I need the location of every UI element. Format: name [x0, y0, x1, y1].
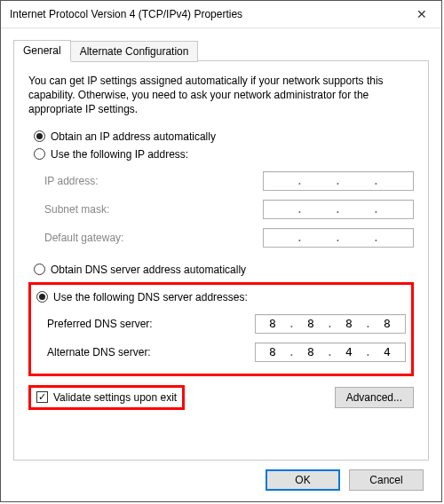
window-title: Internet Protocol Version 4 (TCP/IPv4) P… [10, 8, 402, 20]
default-gateway-label: Default gateway: [44, 232, 123, 244]
octet[interactable]: 8 [300, 317, 321, 330]
dot-icon: . [333, 231, 345, 244]
ip-address-label: IP address: [44, 175, 98, 187]
titlebar: Internet Protocol Version 4 (TCP/IPv4) P… [1, 1, 441, 28]
row-preferred-dns: Preferred DNS server: 8. 8. 8. 8 [47, 310, 406, 338]
advanced-button[interactable]: Advanced... [335, 387, 414, 408]
tab-general[interactable]: General [13, 40, 71, 61]
validate-checkbox-row[interactable]: Validate settings upon exit [35, 390, 178, 406]
dot-icon: . [371, 174, 383, 187]
ok-button[interactable]: OK [266, 469, 340, 491]
octet[interactable]: 4 [338, 345, 360, 358]
radio-label: Use the following DNS server addresses: [53, 291, 248, 303]
octet[interactable]: 4 [377, 345, 398, 358]
dot-icon: . [371, 202, 383, 216]
ipv4-properties-window: Internet Protocol Version 4 (TCP/IPv4) P… [0, 0, 442, 502]
radio-obtain-dns-auto[interactable]: Obtain DNS server address automatically [28, 261, 414, 279]
row-alternate-dns: Alternate DNS server: 8. 8. 4. 4 [47, 338, 406, 366]
cancel-button[interactable]: Cancel [349, 469, 424, 491]
subnet-mask-label: Subnet mask: [44, 203, 109, 216]
dot-icon: . [325, 317, 337, 330]
dns-manual-block-highlight: Use the following DNS server addresses: … [28, 282, 414, 376]
row-default-gateway: Default gateway: . . . [44, 224, 414, 252]
radio-use-following-dns[interactable]: Use the following DNS server addresses: [36, 288, 406, 306]
close-icon: ✕ [416, 7, 427, 21]
octet[interactable]: 8 [300, 345, 321, 358]
radio-label: Use the following IP address: [51, 148, 188, 161]
dot-icon: . [287, 317, 298, 330]
alternate-dns-label: Alternate DNS server: [47, 346, 151, 358]
tab-alternate-configuration[interactable]: Alternate Configuration [71, 41, 199, 62]
alternate-dns-input[interactable]: 8. 8. 4. 4 [255, 343, 406, 362]
dns-fields-group: Preferred DNS server: 8. 8. 8. 8 Alterna… [47, 310, 406, 366]
ip-address-input[interactable]: . . . [263, 171, 414, 191]
octet[interactable]: 8 [377, 317, 398, 330]
subnet-mask-input[interactable]: . . . [263, 200, 414, 219]
octet[interactable]: 8 [263, 317, 284, 330]
radio-use-following-ip[interactable]: Use the following IP address: [28, 146, 414, 163]
radio-label: Obtain an IP address automatically [51, 130, 216, 143]
dot-icon: . [333, 174, 345, 187]
dot-icon: . [295, 202, 306, 216]
row-subnet-mask: Subnet mask: . . . [44, 195, 414, 224]
validate-highlight: Validate settings upon exit [28, 385, 185, 410]
radio-label: Obtain DNS server address automatically [51, 264, 246, 276]
dot-icon: . [363, 345, 375, 358]
tab-panel-general: You can get IP settings assigned automat… [13, 60, 429, 461]
checkbox-icon [36, 391, 48, 403]
octet[interactable]: 8 [263, 345, 284, 358]
panel-bottom-row: Validate settings upon exit Advanced... [28, 385, 414, 410]
default-gateway-input[interactable]: . . . [263, 228, 414, 248]
dot-icon: . [295, 174, 306, 187]
radio-icon [34, 264, 45, 275]
dialog-footer: OK Cancel [13, 461, 429, 491]
close-button[interactable]: ✕ [402, 1, 441, 28]
octet[interactable]: 8 [338, 317, 360, 330]
row-ip-address: IP address: . . . [44, 167, 414, 195]
ip-fields-group: IP address: . . . Subnet mask: . . . [44, 167, 414, 252]
dot-icon: . [325, 345, 337, 358]
radio-icon [36, 291, 48, 303]
dot-icon: . [295, 231, 306, 244]
validate-label: Validate settings upon exit [53, 391, 177, 404]
dot-icon: . [371, 231, 383, 244]
tabstrip: General Alternate Configuration [13, 39, 429, 60]
intro-text: You can get IP settings assigned automat… [28, 74, 414, 117]
dot-icon: . [363, 317, 375, 330]
radio-icon [34, 130, 45, 142]
radio-icon [34, 148, 45, 160]
preferred-dns-input[interactable]: 8. 8. 8. 8 [255, 314, 406, 334]
dot-icon: . [333, 202, 345, 216]
radio-obtain-ip-auto[interactable]: Obtain an IP address automatically [28, 128, 414, 146]
dot-icon: . [287, 345, 298, 358]
preferred-dns-label: Preferred DNS server: [47, 318, 153, 330]
window-body: General Alternate Configuration You can … [1, 28, 441, 501]
